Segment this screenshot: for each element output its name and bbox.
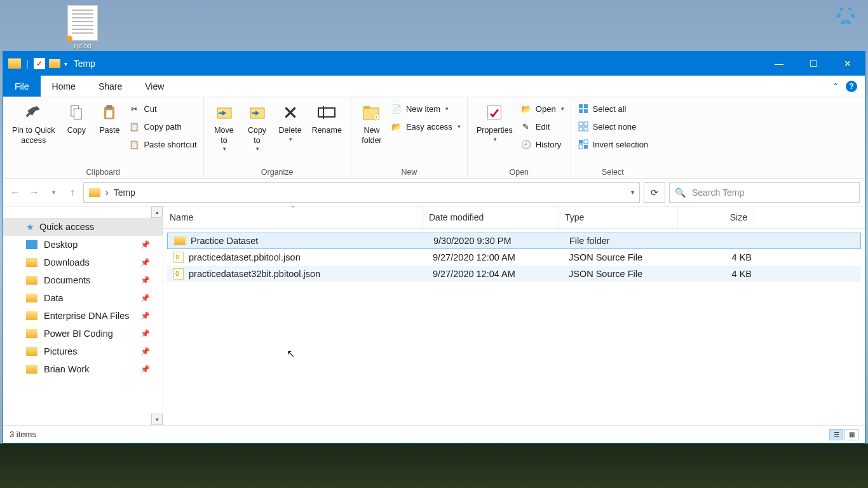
edit-button[interactable]: ✎Edit — [520, 119, 564, 133]
column-date[interactable]: Date modified — [423, 207, 559, 228]
pin-icon — [23, 102, 44, 123]
sidebar-item-label: Downloads — [44, 257, 90, 268]
details-view-button[interactable]: ☰ — [829, 429, 843, 440]
desktop-file-icon[interactable]: rpt.txt — [64, 5, 102, 50]
minimize-button[interactable]: — — [762, 51, 796, 76]
qat-newfolder-icon[interactable] — [49, 59, 60, 68]
titlebar[interactable]: | ✓ ▾ Temp — ☐ ✕ — [3, 51, 865, 76]
back-button[interactable]: ← — [8, 186, 22, 200]
column-headers: Name⌃ Date modified Type Size — [163, 207, 865, 229]
file-row[interactable]: practicedataset.pbitool.json9/27/2020 12… — [167, 249, 861, 266]
maximize-button[interactable]: ☐ — [796, 51, 831, 76]
svg-rect-13 — [488, 106, 501, 119]
address-dropdown-icon[interactable]: ▾ — [631, 189, 634, 196]
delete-button[interactable]: Delete▾ — [274, 99, 307, 145]
sidebar-item[interactable]: Documents📌 — [3, 271, 163, 289]
large-icons-view-button[interactable]: ▦ — [844, 429, 858, 440]
help-icon[interactable]: ? — [846, 81, 857, 92]
refresh-button[interactable]: ⟳ — [644, 182, 665, 203]
view-tab[interactable]: View — [133, 76, 175, 97]
svg-rect-16 — [579, 109, 583, 113]
copy-path-button[interactable]: 📋Copy path — [128, 119, 196, 133]
ribbon-collapse-icon[interactable]: ⌃ — [832, 81, 839, 92]
folder-icon — [26, 311, 37, 320]
file-size: 4 KB — [682, 269, 758, 279]
sidebar-item[interactable]: Brian Work📌 — [3, 360, 163, 378]
sidebar-item[interactable]: Desktop📌 — [3, 236, 163, 254]
paste-shortcut-icon: 📋 — [128, 139, 140, 150]
sidebar-item[interactable]: Pictures📌 — [3, 342, 163, 360]
svg-rect-7 — [318, 108, 335, 117]
home-tab[interactable]: Home — [41, 76, 87, 97]
easy-access-icon: 📂 — [391, 121, 402, 132]
folder-icon — [8, 58, 21, 69]
folder-icon — [26, 258, 37, 267]
forward-button[interactable]: → — [27, 186, 41, 200]
qat-dropdown-icon[interactable]: ▾ — [64, 60, 67, 67]
sidebar-item[interactable]: Enterprise DNA Files📌 — [3, 307, 163, 325]
status-bar: 3 items ☰ ▦ — [3, 425, 865, 443]
history-button[interactable]: 🕘History — [520, 137, 564, 151]
share-tab[interactable]: Share — [87, 76, 133, 97]
up-button[interactable]: ↑ — [65, 186, 79, 200]
move-to-button[interactable]: Move to▾ — [208, 99, 241, 154]
clipboard-group-label: Clipboard — [7, 165, 200, 177]
invert-selection-button[interactable]: Invert selection — [578, 137, 648, 151]
select-none-button[interactable]: Select none — [578, 119, 648, 133]
column-name[interactable]: Name⌃ — [163, 207, 423, 228]
nav-bar: ← → ▾ ↑ › Temp ▾ ⟳ 🔍 Search Temp — [3, 179, 865, 207]
cut-button[interactable]: ✂Cut — [128, 102, 196, 116]
pin-icon: 📌 — [140, 311, 150, 320]
search-box[interactable]: 🔍 Search Temp — [669, 182, 860, 203]
ribbon-tabs: File Home Share View ⌃ ? — [3, 76, 865, 97]
recycle-bin-icon[interactable] — [830, 4, 862, 42]
open-button[interactable]: 📂Open▾ — [520, 102, 564, 116]
file-row[interactable]: Practice Dataset9/30/2020 9:30 PMFile fo… — [167, 233, 861, 249]
scroll-down-button[interactable]: ▾ — [151, 414, 163, 425]
paste-shortcut-button[interactable]: 📋Paste shortcut — [128, 137, 196, 151]
paste-button[interactable]: Paste — [93, 99, 126, 139]
pin-icon: 📌 — [140, 276, 150, 285]
sidebar-item[interactable]: Data📌 — [3, 289, 163, 307]
item-count: 3 items — [10, 430, 36, 439]
svg-rect-4 — [107, 111, 112, 118]
sidebar-item-label: Documents — [44, 275, 90, 285]
sidebar-item[interactable]: Power BI Coding📌 — [3, 325, 163, 342]
column-size[interactable]: Size — [678, 207, 754, 228]
pin-icon: 📌 — [140, 329, 150, 338]
ribbon-group-clipboard: Pin to Quick access Copy Paste ✂Cut 📋Cop… — [3, 97, 204, 178]
folder-icon — [26, 276, 37, 285]
address-bar[interactable]: › Temp ▾ — [83, 182, 640, 203]
select-all-button[interactable]: Select all — [578, 102, 648, 116]
copy-to-button[interactable]: Copy to▾ — [241, 99, 274, 154]
copy-to-icon — [247, 102, 268, 123]
sidebar-quick-access[interactable]: ★ Quick access — [3, 218, 163, 236]
svg-rect-17 — [584, 109, 588, 113]
select-none-icon — [578, 121, 589, 132]
svg-rect-22 — [579, 140, 583, 144]
copy-button[interactable]: Copy — [60, 99, 93, 139]
close-button[interactable]: ✕ — [831, 51, 865, 76]
file-row[interactable]: practicedataset32bit.pbitool.json9/27/20… — [167, 266, 861, 282]
column-type[interactable]: Type — [559, 207, 678, 228]
properties-button[interactable]: Properties▾ — [471, 99, 518, 145]
svg-rect-14 — [579, 104, 583, 108]
qat-properties-icon[interactable]: ✓ — [34, 58, 45, 69]
file-type: File folder — [563, 236, 682, 246]
ribbon-group-select: Select all Select none Invert selection … — [571, 97, 654, 178]
rename-button[interactable]: Rename — [307, 99, 347, 139]
new-group-label: New — [355, 165, 463, 177]
folder-icon — [174, 236, 186, 245]
sidebar-item[interactable]: Downloads📌 — [3, 254, 163, 271]
pin-quick-access-button[interactable]: Pin to Quick access — [7, 99, 60, 148]
file-tab[interactable]: File — [3, 76, 41, 97]
easy-access-button[interactable]: 📂Easy access▾ — [391, 119, 461, 133]
breadcrumb-current[interactable]: Temp — [114, 187, 135, 198]
scroll-up-button[interactable]: ▴ — [151, 207, 163, 218]
new-item-button[interactable]: 📄New item▾ — [391, 102, 461, 116]
recent-locations-button[interactable]: ▾ — [46, 186, 60, 200]
edit-icon: ✎ — [520, 121, 532, 132]
new-folder-button[interactable]: ✦ New folder — [355, 99, 388, 148]
select-group-label: Select — [575, 165, 651, 177]
svg-rect-18 — [579, 122, 583, 126]
